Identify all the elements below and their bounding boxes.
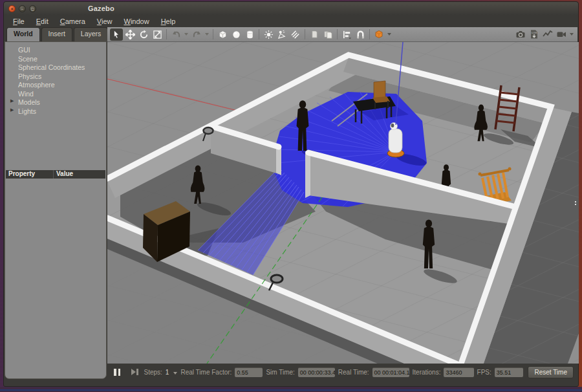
sim-time-field[interactable]: 00 00:00:33.460 (298, 367, 335, 377)
real-time-label: Real Time: (338, 369, 369, 376)
tree-item-spherical-coordinates[interactable]: Spherical Coordinates (10, 63, 106, 72)
video-dropdown-icon[interactable] (568, 28, 575, 41)
tree-item-models[interactable]: ▶Models (10, 98, 106, 107)
window-title: Gazebo (88, 5, 114, 12)
menu-help[interactable]: Help (156, 16, 181, 27)
log-icon-text: LOG (532, 31, 537, 34)
spot-light-icon[interactable] (275, 28, 288, 41)
maximize-button[interactable]: ◻ (29, 5, 36, 12)
rotate-icon[interactable] (137, 28, 150, 41)
titlebar[interactable]: ✕ – ◻ Gazebo (4, 2, 578, 15)
steps-label: Steps: (144, 369, 162, 376)
sim-time-label: Sim Time: (266, 369, 294, 376)
gazebo-window: ✕ – ◻ Gazebo File Edit Camera View Windo… (3, 1, 579, 387)
tab-insert[interactable]: Insert (41, 27, 72, 41)
tree-item-gui[interactable]: GUI (10, 46, 106, 55)
menubar: File Edit Camera View Window Help (4, 15, 578, 27)
tree-item-physics[interactable]: Physics (10, 72, 106, 82)
insert-sphere-icon[interactable] (230, 28, 242, 41)
steps-dropdown-icon[interactable] (173, 372, 177, 375)
undo-icon[interactable] (169, 28, 182, 41)
plot-window-icon[interactable] (541, 28, 554, 41)
insert-cylinder-icon[interactable] (243, 28, 256, 41)
menu-edit[interactable]: Edit (31, 16, 54, 27)
iterations-label: Iterations: (413, 369, 441, 376)
panel-tabbar: World Insert Layers (5, 27, 107, 41)
iterations-field[interactable]: 33460 (444, 367, 473, 377)
close-button[interactable]: ✕ (8, 5, 16, 12)
translate-icon[interactable] (124, 28, 136, 41)
world-tree-panel: GUI Scene Spherical Coordinates Physics … (5, 41, 107, 379)
minimize-button[interactable]: – (19, 5, 26, 12)
reset-time-button[interactable]: Reset Time (528, 366, 574, 378)
window-footer (4, 379, 578, 386)
viewport-toolbar: LOG (107, 27, 577, 42)
fps-label: FPS: (477, 369, 491, 376)
insert-box-icon[interactable] (216, 28, 229, 41)
align-icon[interactable] (340, 28, 353, 41)
step-button[interactable] (129, 369, 141, 375)
simulation-statusbar: Steps: 1 Real Time Factor: 0.55 Sim Time… (107, 364, 577, 380)
snap-icon[interactable] (354, 28, 367, 41)
view-angle-dropdown-icon[interactable] (386, 28, 393, 41)
redo-icon[interactable] (190, 28, 203, 41)
left-panel: World Insert Layers GUI Scene Spherical … (5, 27, 107, 379)
directional-light-icon[interactable] (289, 28, 302, 41)
steps-value[interactable]: 1 (166, 369, 169, 376)
desktop-edge-line (0, 389, 582, 391)
viewport-3d-scene[interactable] (107, 42, 579, 364)
tab-world[interactable]: World (6, 27, 40, 41)
expander-icon[interactable]: ▶ (10, 98, 14, 103)
menu-file[interactable]: File (8, 16, 30, 27)
desktop-bottom-strip (0, 387, 582, 392)
tree-item-wind[interactable]: Wind (10, 90, 106, 99)
tab-layers[interactable]: Layers (74, 27, 109, 41)
property-column-header[interactable]: Property (6, 170, 54, 179)
expander-icon[interactable]: ▶ (10, 107, 14, 113)
select-arrow-icon[interactable] (110, 28, 123, 41)
tree-item-lights[interactable]: ▶Lights (10, 107, 106, 116)
property-table-header: Property Value (6, 170, 105, 179)
menu-camera[interactable]: Camera (55, 16, 91, 27)
tree-item-label: Lights (18, 107, 36, 115)
pause-button[interactable] (111, 369, 123, 376)
scale-icon[interactable] (151, 28, 164, 41)
view-angle-cube-icon[interactable] (372, 28, 385, 41)
screenshot-camera-icon[interactable] (514, 28, 527, 41)
tree-item-atmosphere[interactable]: Atmosphere (10, 81, 106, 90)
copy-icon[interactable] (308, 28, 321, 41)
point-light-icon[interactable] (262, 28, 275, 41)
redo-dropdown-icon[interactable] (204, 28, 210, 41)
tree-item-scene[interactable]: Scene (10, 55, 106, 64)
video-record-icon[interactable] (555, 28, 568, 41)
real-time-field[interactable]: 00 00:01:04.172 (372, 367, 409, 377)
paste-icon[interactable] (321, 28, 334, 41)
rtf-label: Real Time Factor: (180, 369, 232, 376)
data-logger-icon[interactable]: LOG (528, 28, 541, 41)
fps-field[interactable]: 35.51 (495, 367, 524, 377)
world-tree: GUI Scene Spherical Coordinates Physics … (5, 42, 106, 116)
tree-item-label: Models (18, 98, 40, 106)
value-column-header[interactable]: Value (54, 170, 73, 179)
menu-view[interactable]: View (92, 16, 118, 27)
menu-window[interactable]: Window (119, 16, 155, 27)
rtf-field[interactable]: 0.55 (235, 367, 263, 377)
undo-dropdown-icon[interactable] (183, 28, 189, 41)
